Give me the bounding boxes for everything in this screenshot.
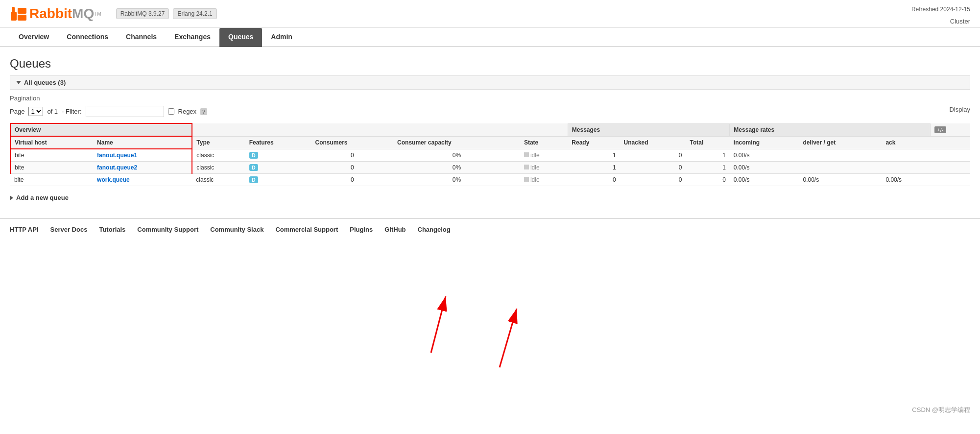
feature-badge: D	[249, 152, 258, 159]
cell-vhost: bite	[10, 149, 93, 162]
footer-link[interactable]: Community Support	[137, 226, 198, 233]
regex-label: Regex	[178, 108, 197, 115]
nav-admin[interactable]: Admin	[262, 28, 301, 47]
footer-link[interactable]: Plugins	[350, 226, 373, 233]
all-queues-section-header[interactable]: All queues (3)	[10, 75, 970, 90]
rabbitmq-version: RabbitMQ 3.9.27	[116, 8, 169, 19]
overview-group-header: Overview	[10, 123, 192, 136]
features-header-spacer	[245, 123, 311, 136]
cell-name: fanout.queue2	[93, 162, 192, 174]
pagination-controls: Page 1 of 1 - Filter: Regex ?	[10, 106, 970, 117]
messages-group-header: Messages	[568, 123, 730, 136]
collapse-icon	[16, 81, 21, 84]
plus-minus-button[interactable]: +/-	[934, 126, 946, 133]
virtual-host-header: Virtual host	[10, 136, 93, 149]
cell-deliver-get: 0.00/s	[799, 174, 882, 186]
cell-ready: 0	[568, 174, 620, 186]
queue-link[interactable]: fanout.queue2	[97, 164, 137, 171]
cell-state: idle	[520, 162, 568, 174]
nav-channels[interactable]: Channels	[117, 28, 166, 47]
footer-link[interactable]: GitHub	[384, 226, 406, 233]
state-label: idle	[530, 152, 540, 159]
logo-tm: TM	[94, 11, 101, 17]
state-label: idle	[530, 164, 540, 171]
erlang-version: Erlang 24.2.1	[173, 8, 216, 19]
page-title: Queues	[10, 57, 970, 71]
cell-type: classic	[192, 149, 245, 162]
cell-ready: 1	[568, 162, 620, 174]
display-label[interactable]: Display	[949, 106, 970, 113]
cell-features: D	[245, 174, 311, 186]
state-header: State	[520, 136, 568, 149]
plus-minus-header[interactable]: +/-	[931, 123, 970, 136]
unacked-header: Unacked	[620, 136, 686, 149]
add-queue-toggle[interactable]: Add a new queue	[10, 192, 970, 203]
table-row: bite fanout.queue1 classic D 0 0% idle 1…	[10, 149, 970, 162]
cell-type: classic	[192, 162, 245, 174]
cell-features: D	[245, 162, 311, 174]
version-badges: RabbitMQ 3.9.27 Erlang 24.2.1	[116, 8, 217, 19]
cell-consumer-capacity: 0%	[393, 149, 520, 162]
footer: HTTP APIServer DocsTutorialsCommunity Su…	[0, 218, 980, 240]
footer-link[interactable]: Changelog	[418, 226, 451, 233]
footer-link[interactable]: Tutorials	[99, 226, 125, 233]
queue-link[interactable]: work.queue	[97, 176, 130, 183]
filter-label: - Filter:	[62, 108, 81, 115]
cell-total: 0	[686, 174, 729, 186]
nav-connections[interactable]: Connections	[58, 28, 117, 47]
logo-mq: MQ	[72, 6, 94, 22]
svg-rect-2	[18, 15, 26, 21]
page-select[interactable]: 1	[28, 107, 43, 116]
state-indicator	[524, 177, 529, 182]
add-queue-section: Add a new queue	[10, 192, 970, 203]
cell-state: idle	[520, 149, 568, 162]
state-label: idle	[530, 176, 540, 183]
nav-overview[interactable]: Overview	[10, 28, 58, 47]
all-queues-label: All queues (3)	[24, 79, 66, 86]
main-content: Queues All queues (3) Pagination Page 1 …	[0, 47, 980, 208]
queue-link[interactable]: fanout.queue1	[97, 152, 137, 159]
regex-checkbox[interactable]	[168, 108, 174, 115]
cell-unacked: 0	[620, 162, 686, 174]
state-header-spacer	[520, 123, 568, 136]
cell-deliver-get	[799, 149, 882, 162]
page-label: Page	[10, 108, 24, 115]
ack-header: ack	[882, 136, 930, 149]
regex-help[interactable]: ?	[200, 108, 207, 115]
cell-type: classic	[192, 174, 245, 186]
cell-incoming: 0.00/s	[730, 174, 799, 186]
refresh-info: Refreshed 2024-12-15	[911, 6, 970, 13]
svg-rect-0	[11, 12, 17, 21]
state-indicator	[524, 165, 529, 169]
message-rates-group-header: Message rates	[730, 123, 931, 136]
nav-queues[interactable]: Queues	[219, 28, 262, 47]
name-header: Name	[93, 136, 192, 149]
ready-header: Ready	[568, 136, 620, 149]
footer-link[interactable]: Community Slack	[210, 226, 263, 233]
logo: RabbitMQTM	[10, 5, 101, 23]
svg-rect-1	[18, 8, 26, 14]
cell-unacked: 0	[620, 149, 686, 162]
cell-ack: 0.00/s	[882, 174, 930, 186]
footer-link[interactable]: HTTP API	[10, 226, 39, 233]
incoming-header: incoming	[730, 136, 799, 149]
nav-exchanges[interactable]: Exchanges	[166, 28, 219, 47]
cell-incoming: 0.00/s	[730, 162, 799, 174]
logo-rabbit: Rabbit	[29, 6, 72, 22]
consumers-header-spacer	[311, 123, 394, 136]
table-row: bite work.queue classic D 0 0% idle 0 0 …	[10, 174, 970, 186]
table-row: bite fanout.queue2 classic D 0 0% idle 1…	[10, 162, 970, 174]
footer-link[interactable]: Server Docs	[50, 226, 88, 233]
footer-link[interactable]: Commercial Support	[275, 226, 338, 233]
cluster-link[interactable]: Cluster	[950, 18, 970, 25]
main-nav: Overview Connections Channels Exchanges …	[0, 28, 980, 47]
features-header: Features	[245, 136, 311, 149]
cell-unacked: 0	[620, 174, 686, 186]
cell-deliver-get	[799, 162, 882, 174]
cell-consumers: 0	[311, 162, 394, 174]
cell-ack	[882, 149, 930, 162]
filter-input[interactable]	[86, 106, 164, 117]
consumer-capacity-header: Consumer capacity	[393, 136, 520, 149]
pagination-label: Pagination	[10, 95, 970, 102]
cell-features: D	[245, 149, 311, 162]
